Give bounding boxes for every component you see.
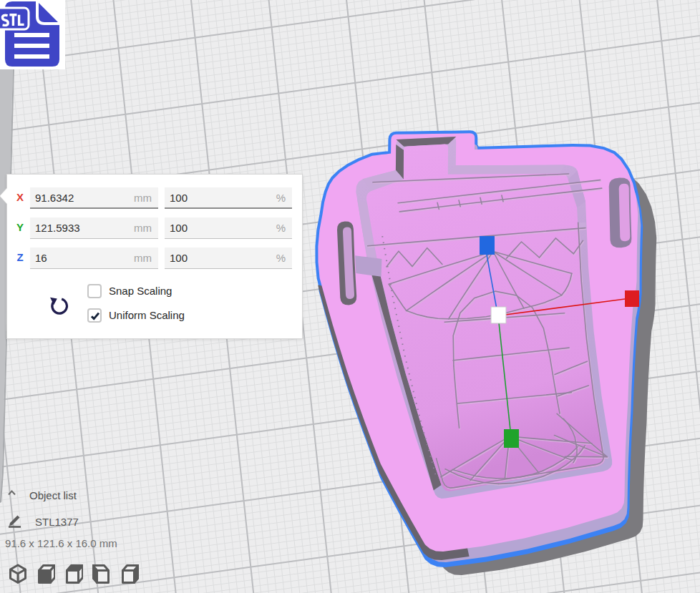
snap-scaling-checkbox[interactable] [87, 284, 102, 298]
axis-label-z: Z [15, 251, 25, 263]
scale-tool-panel: X91.6342mm100%Y121.5933mm100%Z16mm100% S… [6, 174, 303, 339]
3d-view-icon [9, 563, 27, 585]
snap-scaling-label: Snap Scaling [109, 285, 172, 297]
lip-separator-block [355, 255, 381, 277]
scale-input-x[interactable]: 100% [165, 187, 292, 209]
y-scale-handle[interactable] [504, 429, 519, 448]
scale-row-x: X91.6342mm100% [7, 187, 302, 209]
center-handle[interactable] [491, 307, 506, 323]
x-scale-handle[interactable] [625, 290, 639, 307]
object-list-label: Object list [29, 489, 77, 501]
right-view-button[interactable] [120, 563, 139, 585]
size-unit: mm [134, 192, 152, 204]
panel-pointer-notch [0, 188, 7, 204]
right-lip-floor [619, 184, 631, 242]
axis-label-x: X [15, 191, 25, 203]
object-list-item[interactable]: STL1377 [7, 512, 24, 531]
edit-pencil-icon[interactable] [7, 512, 24, 528]
scale-row-z: Z16mm100% [7, 248, 302, 269]
size-value: 16 [35, 252, 47, 264]
3d-view-button[interactable] [9, 563, 27, 585]
scale-unit: % [276, 222, 286, 234]
z-scale-handle[interactable] [480, 236, 495, 255]
reset-icon [48, 293, 71, 317]
reset-scale-button[interactable] [48, 293, 69, 315]
size-input-y[interactable]: 121.5933mm [30, 217, 158, 239]
size-input-x[interactable]: 91.6342mm [30, 187, 158, 209]
stl-file-badge [0, 0, 65, 69]
stl-document-icon [0, 0, 65, 69]
scale-row-y: Y121.5933mm100% [7, 217, 302, 239]
object-name: STL1377 [35, 516, 79, 528]
right-view-icon [120, 563, 139, 585]
scale-unit: % [276, 192, 286, 204]
scale-value: 100 [170, 192, 188, 204]
chevron-up-icon [7, 489, 16, 496]
left-view-button[interactable] [92, 563, 111, 585]
size-unit: mm [134, 252, 152, 264]
size-value: 121.5933 [35, 222, 80, 234]
front-view-button[interactable] [37, 563, 55, 585]
top-view-button[interactable] [64, 563, 83, 585]
front-view-icon [37, 563, 55, 585]
scale-value: 100 [170, 222, 188, 234]
scale-unit: % [276, 252, 286, 264]
uniform-scaling-checkbox[interactable] [87, 308, 102, 323]
object-list-header[interactable]: Object list [7, 486, 16, 499]
model-dimensions: 91.6 x 121.6 x 16.0 mm [5, 537, 117, 549]
size-input-z[interactable]: 16mm [30, 248, 158, 269]
scale-value: 100 [170, 252, 188, 264]
view-orientation-toolbar [9, 563, 139, 585]
uniform-scaling-label: Uniform Scaling [109, 309, 185, 321]
checkmark-icon [89, 310, 101, 322]
axis-label-y: Y [15, 221, 25, 233]
size-unit: mm [134, 222, 152, 234]
scale-input-y[interactable]: 100% [165, 217, 292, 239]
application-window: X91.6342mm100%Y121.5933mm100%Z16mm100% S… [0, 0, 700, 593]
top-view-icon [64, 563, 83, 585]
scale-input-z[interactable]: 100% [165, 248, 292, 269]
size-value: 91.6342 [35, 192, 74, 204]
left-view-icon [92, 563, 111, 585]
